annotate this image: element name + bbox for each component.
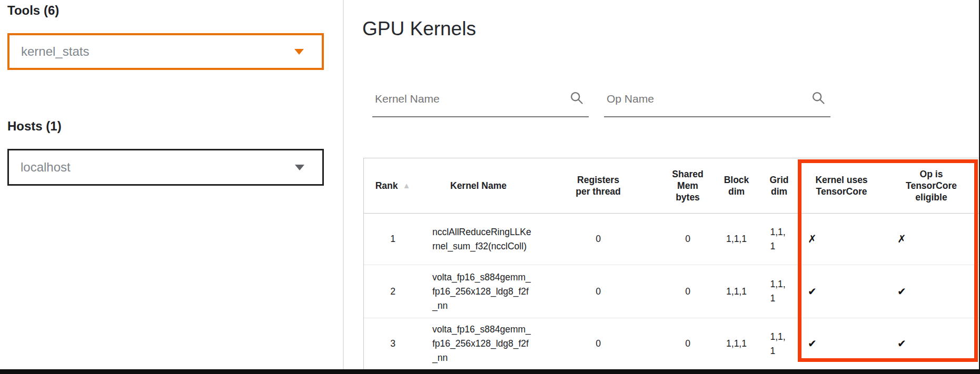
chevron-down-icon	[294, 49, 304, 55]
cell-kernel-name: ncclAllReduceRingLLKernel_sum_f32(ncclCo…	[422, 214, 535, 265]
hosts-dropdown[interactable]: localhost	[7, 149, 324, 186]
cell-op-tensorcore-eligible: ✔	[884, 265, 979, 318]
cell-op-tensorcore-eligible: ✔	[884, 318, 979, 370]
window-bottom-edge	[0, 369, 980, 374]
page-title: GPU Kernels	[362, 18, 476, 40]
sidebar: Tools (6) kernel_stats Hosts (1) localho…	[0, 0, 343, 374]
column-header-kernel-uses-tensorcore[interactable]: Kernel uses TensorCore	[799, 158, 884, 214]
sidebar-divider	[343, 0, 344, 369]
column-header-rank[interactable]: Rank ▲	[364, 158, 422, 214]
cell-rank: 2	[364, 265, 422, 318]
search-icon[interactable]	[811, 90, 826, 105]
column-header-block-dim[interactable]: Block dim	[714, 158, 759, 214]
gpu-kernels-table: Rank ▲ Kernel Name Registers per thread …	[363, 158, 978, 370]
tools-dropdown-value: kernel_stats	[21, 44, 294, 59]
cell-kernel-name: volta_fp16_s884gemm_fp16_256x128_ldg8_f2…	[422, 318, 535, 370]
chevron-down-icon	[295, 165, 304, 170]
sort-ascending-icon: ▲	[402, 180, 410, 191]
cell-shared-mem-bytes: 0	[661, 318, 714, 370]
column-header-kernel-name[interactable]: Kernel Name	[422, 158, 535, 214]
profiler-kernel-stats-page: Tools (6) kernel_stats Hosts (1) localho…	[0, 0, 980, 374]
op-name-search-input[interactable]	[607, 89, 808, 108]
tools-dropdown[interactable]: kernel_stats	[7, 33, 324, 70]
kernel-name-search-input[interactable]	[375, 89, 566, 108]
hosts-heading: Hosts (1)	[7, 119, 62, 134]
column-header-registers-per-thread[interactable]: Registers per thread	[535, 158, 661, 214]
cell-kernel-uses-tensorcore: ✔	[799, 318, 884, 370]
cell-registers-per-thread: 0	[535, 214, 661, 265]
cell-rank: 3	[364, 318, 422, 370]
search-icon[interactable]	[569, 90, 584, 105]
cell-shared-mem-bytes: 0	[661, 214, 714, 265]
hosts-dropdown-value: localhost	[21, 160, 295, 175]
cell-op-tensorcore-eligible: ✗	[884, 214, 979, 265]
cell-grid-dim: 1,1,1	[759, 265, 799, 318]
cell-kernel-uses-tensorcore: ✗	[799, 214, 884, 265]
column-header-grid-dim[interactable]: Grid dim	[759, 158, 799, 214]
op-name-search-field	[604, 79, 830, 117]
cell-block-dim: 1,1,1	[714, 214, 759, 265]
tools-heading: Tools (6)	[7, 3, 59, 18]
cell-registers-per-thread: 0	[535, 265, 661, 318]
kernel-name-search-field	[372, 79, 589, 117]
cell-kernel-uses-tensorcore: ✔	[799, 265, 884, 318]
column-header-shared-mem-bytes[interactable]: Shared Mem bytes	[661, 158, 714, 214]
cell-rank: 1	[364, 214, 422, 265]
column-header-op-tensorcore-eligible[interactable]: Op is TensorCore eligible	[884, 158, 979, 214]
cell-kernel-name: volta_fp16_s884gemm_fp16_256x128_ldg8_f2…	[422, 265, 535, 318]
cell-grid-dim: 1,1,1	[759, 318, 799, 370]
cell-grid-dim: 1,1,1	[759, 214, 799, 265]
cell-block-dim: 1,1,1	[714, 318, 759, 370]
cell-shared-mem-bytes: 0	[661, 265, 714, 318]
cell-registers-per-thread: 0	[535, 318, 661, 370]
cell-block-dim: 1,1,1	[714, 265, 759, 318]
